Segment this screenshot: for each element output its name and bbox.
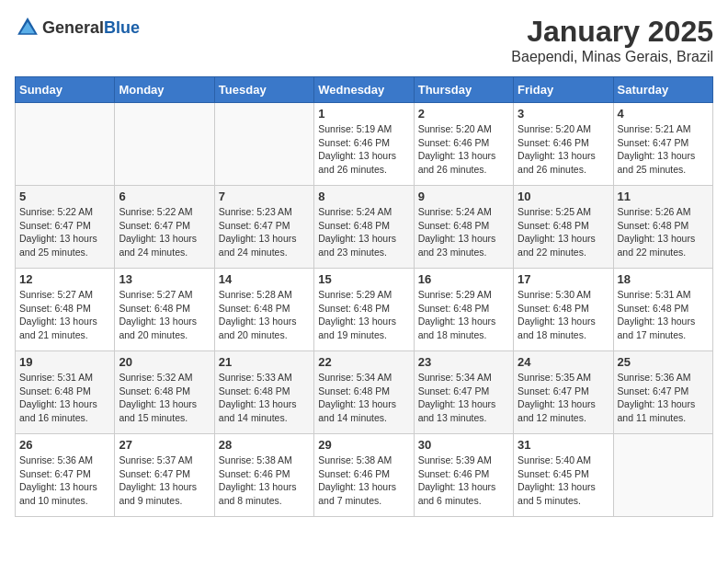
calendar-cell: 7Sunrise: 5:23 AM Sunset: 6:47 PM Daylig… xyxy=(214,186,313,269)
calendar-cell: 5Sunrise: 5:22 AM Sunset: 6:47 PM Daylig… xyxy=(16,186,115,269)
calendar-cell: 25Sunrise: 5:36 AM Sunset: 6:47 PM Dayli… xyxy=(613,351,712,434)
calendar-cell: 4Sunrise: 5:21 AM Sunset: 6:47 PM Daylig… xyxy=(613,103,712,186)
day-number: 16 xyxy=(418,272,509,286)
day-info: Sunrise: 5:31 AM Sunset: 6:48 PM Dayligh… xyxy=(19,371,110,425)
day-info: Sunrise: 5:35 AM Sunset: 6:47 PM Dayligh… xyxy=(518,371,609,425)
weekday-header: Monday xyxy=(115,77,214,103)
day-info: Sunrise: 5:34 AM Sunset: 6:48 PM Dayligh… xyxy=(318,371,409,425)
calendar-cell: 21Sunrise: 5:33 AM Sunset: 6:48 PM Dayli… xyxy=(214,351,313,434)
day-number: 5 xyxy=(19,190,110,203)
day-info: Sunrise: 5:40 AM Sunset: 6:45 PM Dayligh… xyxy=(518,454,609,508)
day-info: Sunrise: 5:27 AM Sunset: 6:48 PM Dayligh… xyxy=(19,288,110,342)
calendar-cell xyxy=(115,103,214,186)
calendar-cell: 9Sunrise: 5:24 AM Sunset: 6:48 PM Daylig… xyxy=(414,186,513,269)
day-number: 21 xyxy=(219,355,310,369)
day-number: 3 xyxy=(518,107,609,121)
day-info: Sunrise: 5:38 AM Sunset: 6:46 PM Dayligh… xyxy=(219,454,310,508)
day-number: 17 xyxy=(518,272,609,286)
day-info: Sunrise: 5:39 AM Sunset: 6:46 PM Dayligh… xyxy=(418,454,509,508)
page-title: January 2025 xyxy=(511,15,713,49)
calendar-row: 19Sunrise: 5:31 AM Sunset: 6:48 PM Dayli… xyxy=(16,351,713,434)
day-number: 6 xyxy=(119,190,210,203)
day-info: Sunrise: 5:24 AM Sunset: 6:48 PM Dayligh… xyxy=(318,205,409,259)
day-info: Sunrise: 5:38 AM Sunset: 6:46 PM Dayligh… xyxy=(318,454,409,508)
calendar-cell: 14Sunrise: 5:28 AM Sunset: 6:48 PM Dayli… xyxy=(214,269,313,351)
weekday-header: Tuesday xyxy=(214,77,313,103)
day-info: Sunrise: 5:23 AM Sunset: 6:47 PM Dayligh… xyxy=(219,205,310,259)
day-number: 19 xyxy=(19,355,110,369)
weekday-header: Friday xyxy=(514,77,613,103)
logo-icon xyxy=(15,15,40,40)
day-number: 30 xyxy=(418,438,509,452)
day-info: Sunrise: 5:27 AM Sunset: 6:48 PM Dayligh… xyxy=(119,288,210,342)
calendar-cell: 19Sunrise: 5:31 AM Sunset: 6:48 PM Dayli… xyxy=(16,351,115,434)
calendar-table: SundayMondayTuesdayWednesdayThursdayFrid… xyxy=(15,76,713,517)
weekday-header: Sunday xyxy=(16,77,115,103)
day-number: 29 xyxy=(318,438,409,452)
calendar-cell: 12Sunrise: 5:27 AM Sunset: 6:48 PM Dayli… xyxy=(16,269,115,351)
day-info: Sunrise: 5:29 AM Sunset: 6:48 PM Dayligh… xyxy=(318,288,409,342)
calendar-cell xyxy=(613,434,712,517)
day-info: Sunrise: 5:22 AM Sunset: 6:47 PM Dayligh… xyxy=(19,205,110,259)
calendar-cell: 24Sunrise: 5:35 AM Sunset: 6:47 PM Dayli… xyxy=(514,351,613,434)
day-number: 7 xyxy=(219,190,310,203)
day-info: Sunrise: 5:33 AM Sunset: 6:48 PM Dayligh… xyxy=(219,371,310,425)
day-number: 12 xyxy=(19,272,110,286)
day-info: Sunrise: 5:29 AM Sunset: 6:48 PM Dayligh… xyxy=(418,288,509,342)
day-number: 24 xyxy=(518,355,609,369)
day-info: Sunrise: 5:26 AM Sunset: 6:48 PM Dayligh… xyxy=(618,205,709,259)
calendar-row: 5Sunrise: 5:22 AM Sunset: 6:47 PM Daylig… xyxy=(16,186,713,269)
page-subtitle: Baependi, Minas Gerais, Brazil xyxy=(511,49,713,65)
day-number: 4 xyxy=(618,107,709,121)
day-number: 18 xyxy=(618,272,709,286)
day-info: Sunrise: 5:24 AM Sunset: 6:48 PM Dayligh… xyxy=(418,205,509,259)
logo: GeneralBlue xyxy=(15,15,140,40)
calendar-cell xyxy=(16,103,115,186)
calendar-cell: 13Sunrise: 5:27 AM Sunset: 6:48 PM Dayli… xyxy=(115,269,214,351)
calendar-cell: 18Sunrise: 5:31 AM Sunset: 6:48 PM Dayli… xyxy=(613,269,712,351)
weekday-header: Thursday xyxy=(414,77,513,103)
day-info: Sunrise: 5:37 AM Sunset: 6:47 PM Dayligh… xyxy=(119,454,210,508)
day-number: 28 xyxy=(219,438,310,452)
day-info: Sunrise: 5:25 AM Sunset: 6:48 PM Dayligh… xyxy=(518,205,609,259)
day-info: Sunrise: 5:32 AM Sunset: 6:48 PM Dayligh… xyxy=(119,371,210,425)
calendar-cell: 3Sunrise: 5:20 AM Sunset: 6:46 PM Daylig… xyxy=(514,103,613,186)
day-number: 26 xyxy=(19,438,110,452)
weekday-header: Wednesday xyxy=(314,77,414,103)
day-number: 10 xyxy=(518,190,609,203)
calendar-cell: 29Sunrise: 5:38 AM Sunset: 6:46 PM Dayli… xyxy=(314,434,414,517)
day-info: Sunrise: 5:22 AM Sunset: 6:47 PM Dayligh… xyxy=(119,205,210,259)
calendar-cell: 31Sunrise: 5:40 AM Sunset: 6:45 PM Dayli… xyxy=(514,434,613,517)
day-number: 23 xyxy=(418,355,509,369)
calendar-row: 12Sunrise: 5:27 AM Sunset: 6:48 PM Dayli… xyxy=(16,269,713,351)
day-number: 13 xyxy=(119,272,210,286)
day-number: 20 xyxy=(119,355,210,369)
calendar-cell: 16Sunrise: 5:29 AM Sunset: 6:48 PM Dayli… xyxy=(414,269,513,351)
calendar-cell: 2Sunrise: 5:20 AM Sunset: 6:46 PM Daylig… xyxy=(414,103,513,186)
calendar-cell: 8Sunrise: 5:24 AM Sunset: 6:48 PM Daylig… xyxy=(314,186,414,269)
calendar-cell: 27Sunrise: 5:37 AM Sunset: 6:47 PM Dayli… xyxy=(115,434,214,517)
logo-general: General xyxy=(42,18,104,37)
calendar-row: 26Sunrise: 5:36 AM Sunset: 6:47 PM Dayli… xyxy=(16,434,713,517)
calendar-cell: 30Sunrise: 5:39 AM Sunset: 6:46 PM Dayli… xyxy=(414,434,513,517)
calendar-cell: 17Sunrise: 5:30 AM Sunset: 6:48 PM Dayli… xyxy=(514,269,613,351)
day-info: Sunrise: 5:36 AM Sunset: 6:47 PM Dayligh… xyxy=(19,454,110,508)
calendar-header-row: SundayMondayTuesdayWednesdayThursdayFrid… xyxy=(16,77,713,103)
calendar-cell xyxy=(214,103,313,186)
day-number: 25 xyxy=(618,355,709,369)
calendar-cell: 28Sunrise: 5:38 AM Sunset: 6:46 PM Dayli… xyxy=(214,434,313,517)
calendar-cell: 23Sunrise: 5:34 AM Sunset: 6:47 PM Dayli… xyxy=(414,351,513,434)
day-info: Sunrise: 5:36 AM Sunset: 6:47 PM Dayligh… xyxy=(618,371,709,425)
day-info: Sunrise: 5:21 AM Sunset: 6:47 PM Dayligh… xyxy=(618,122,709,177)
title-block: January 2025 Baependi, Minas Gerais, Bra… xyxy=(511,15,713,65)
day-number: 11 xyxy=(618,190,709,203)
day-number: 8 xyxy=(318,190,409,203)
calendar-cell: 11Sunrise: 5:26 AM Sunset: 6:48 PM Dayli… xyxy=(613,186,712,269)
day-number: 14 xyxy=(219,272,310,286)
day-number: 9 xyxy=(418,190,509,203)
page-header: GeneralBlue January 2025 Baependi, Minas… xyxy=(15,15,713,65)
day-number: 31 xyxy=(518,438,609,452)
calendar-row: 1Sunrise: 5:19 AM Sunset: 6:46 PM Daylig… xyxy=(16,103,713,186)
day-info: Sunrise: 5:31 AM Sunset: 6:48 PM Dayligh… xyxy=(618,288,709,342)
calendar-cell: 22Sunrise: 5:34 AM Sunset: 6:48 PM Dayli… xyxy=(314,351,414,434)
